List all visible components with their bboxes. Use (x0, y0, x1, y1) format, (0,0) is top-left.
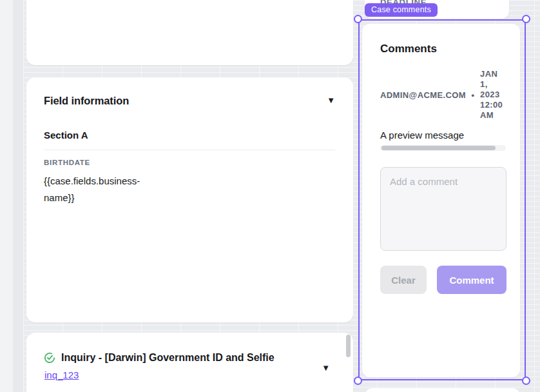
add-comment-input[interactable] (380, 167, 506, 251)
comment-preview-message: A preview message (380, 130, 506, 141)
card-below-partial (365, 388, 520, 392)
card-top-partial (26, 0, 353, 65)
section-divider (44, 150, 335, 150)
canvas-gutter (13, 0, 23, 392)
inquiry-title: Inquiry - [Darwin] Government ID and Sel… (61, 352, 275, 364)
comments-title: Comments (380, 43, 506, 55)
chevron-down-icon[interactable]: ▼ (322, 364, 330, 372)
resize-handle-top-left[interactable] (354, 15, 362, 23)
bullet-separator: • (469, 90, 477, 100)
card-case-comments[interactable]: Comments ADMIN@ACME.COM • JAN 1, 2023 12… (362, 24, 520, 377)
inquiry-header-row: Inquiry - [Darwin] Government ID and Sel… (44, 352, 330, 364)
inquiry-id-link[interactable]: inq_123 (44, 369, 79, 380)
chevron-down-icon[interactable]: ▼ (327, 96, 335, 104)
clear-button[interactable]: Clear (380, 266, 427, 294)
field-information-title: Field information (44, 95, 335, 107)
birthdate-field-value: {{case.fields.business-name}} (44, 173, 161, 206)
comments-scrollbar-track[interactable] (380, 145, 506, 151)
component-label-badge[interactable]: Case comments (365, 3, 438, 17)
comment-author: ADMIN@ACME.COM (380, 90, 466, 100)
comment-timestamp: JAN 1, 2023 12:00 AM (480, 69, 506, 121)
check-circle-icon (44, 352, 55, 364)
comment-button[interactable]: Comment (437, 266, 506, 294)
section-a-label: Section A (44, 130, 335, 141)
resize-handle-bottom-right[interactable] (522, 377, 530, 385)
resize-handle-top-right[interactable] (522, 15, 530, 23)
comment-actions-row: Clear Comment (380, 266, 506, 294)
comment-byline: ADMIN@ACME.COM • JAN 1, 2023 12:00 AM (380, 69, 506, 121)
card-scrollbar[interactable] (346, 335, 351, 357)
card-field-information: Field information ▼ Section A BIRTHDATE … (26, 77, 353, 322)
card-inquiry: Inquiry - [Darwin] Government ID and Sel… (26, 333, 353, 392)
comments-scrollbar-thumb[interactable] (381, 146, 496, 150)
birthdate-field-label: BIRTHDATE (44, 159, 335, 166)
resize-handle-bottom-left[interactable] (354, 377, 362, 385)
